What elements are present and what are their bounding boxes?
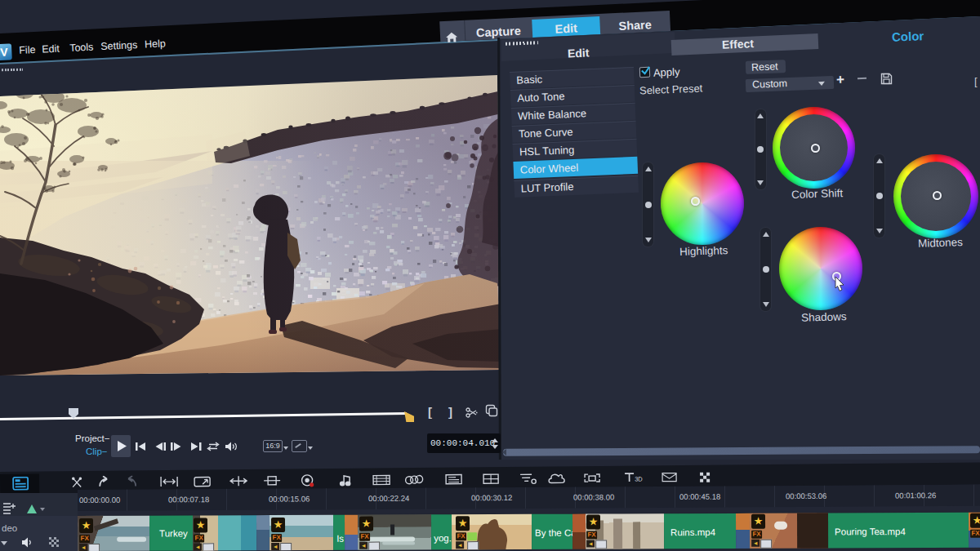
svg-text:3D: 3D [635, 475, 643, 482]
